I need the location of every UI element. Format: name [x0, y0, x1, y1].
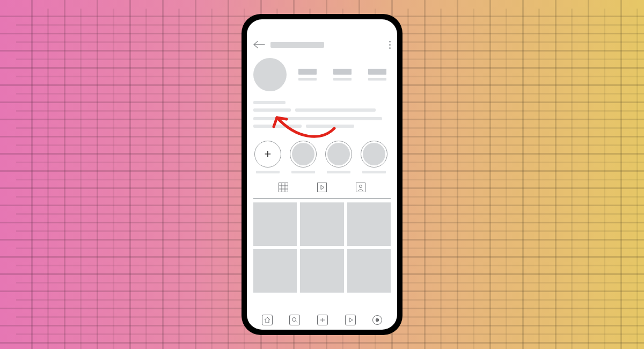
post-thumbnail[interactable] — [347, 202, 391, 246]
tab-grid[interactable] — [278, 182, 289, 193]
bio-section — [253, 101, 391, 133]
stat-following[interactable] — [368, 69, 386, 81]
feed-tabs — [253, 182, 391, 193]
bio-line — [253, 117, 382, 120]
stat-followers[interactable] — [333, 69, 352, 81]
svg-rect-5 — [318, 183, 327, 192]
nav-search[interactable] — [289, 315, 300, 325]
bottom-nav — [253, 315, 391, 325]
svg-rect-0 — [279, 183, 288, 192]
bio-line — [295, 108, 376, 112]
post-thumbnail[interactable] — [300, 249, 343, 293]
post-thumbnail[interactable] — [300, 202, 343, 246]
svg-point-8 — [292, 318, 296, 322]
highlight-new[interactable]: + — [253, 141, 282, 173]
highlight-item[interactable] — [289, 141, 318, 173]
bio-line — [306, 125, 354, 128]
bio-line — [253, 101, 286, 104]
profile-header — [253, 58, 391, 91]
story-highlights: + — [253, 141, 391, 173]
kebab-menu-icon[interactable] — [389, 41, 391, 49]
top-bar — [253, 39, 391, 50]
nav-reels[interactable] — [345, 315, 356, 325]
highlight-item[interactable] — [360, 141, 389, 173]
bio-line — [253, 108, 291, 112]
feed-divider — [253, 198, 391, 199]
nav-create[interactable] — [317, 315, 328, 325]
plus-icon: + — [265, 148, 272, 160]
svg-line-9 — [296, 321, 297, 323]
nav-home[interactable] — [262, 315, 273, 325]
tab-tagged[interactable] — [355, 182, 366, 193]
back-arrow-icon[interactable] — [253, 41, 265, 48]
phone-frame: + — [241, 14, 402, 335]
post-thumbnail[interactable] — [253, 202, 297, 246]
phone-screen: + — [247, 19, 397, 330]
app-content: + — [253, 39, 391, 314]
bio-line — [253, 125, 302, 128]
post-thumbnail[interactable] — [253, 249, 297, 293]
stat-posts[interactable] — [298, 69, 317, 81]
post-thumbnail[interactable] — [347, 249, 391, 293]
post-grid — [253, 202, 391, 293]
username-placeholder — [270, 42, 324, 48]
highlight-item[interactable] — [324, 141, 353, 173]
avatar[interactable] — [253, 58, 287, 91]
svg-point-7 — [360, 185, 362, 188]
tab-reels[interactable] — [317, 182, 327, 193]
profile-stats — [294, 69, 391, 81]
nav-profile[interactable] — [372, 315, 382, 325]
